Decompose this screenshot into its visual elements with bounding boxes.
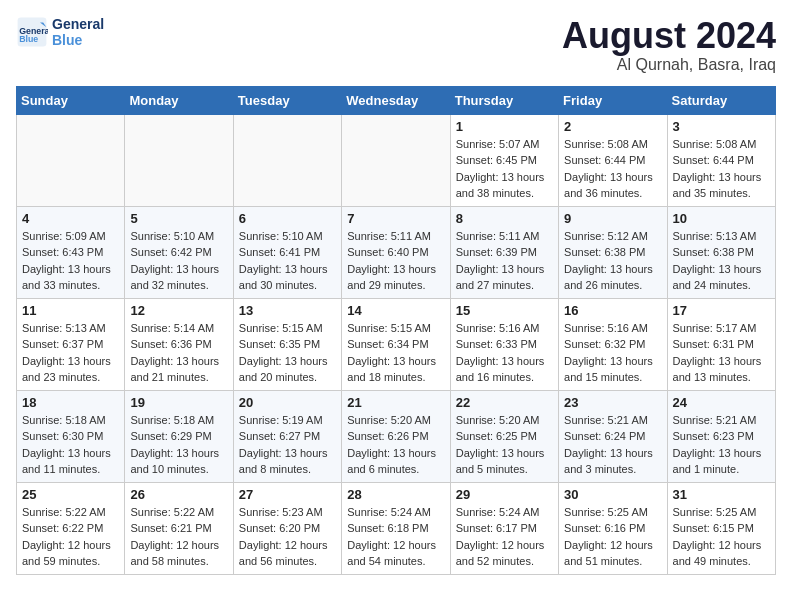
- day-info: Sunrise: 5:19 AM Sunset: 6:27 PM Dayligh…: [239, 412, 336, 478]
- day-number: 28: [347, 487, 444, 502]
- day-info: Sunrise: 5:08 AM Sunset: 6:44 PM Dayligh…: [564, 136, 661, 202]
- calendar-cell: 22Sunrise: 5:20 AM Sunset: 6:25 PM Dayli…: [450, 390, 558, 482]
- calendar-cell: 29Sunrise: 5:24 AM Sunset: 6:17 PM Dayli…: [450, 482, 558, 574]
- day-number: 25: [22, 487, 119, 502]
- day-number: 10: [673, 211, 770, 226]
- calendar-cell: 9Sunrise: 5:12 AM Sunset: 6:38 PM Daylig…: [559, 206, 667, 298]
- logo-line2: Blue: [52, 32, 104, 48]
- week-row-4: 18Sunrise: 5:18 AM Sunset: 6:30 PM Dayli…: [17, 390, 776, 482]
- calendar-cell: 16Sunrise: 5:16 AM Sunset: 6:32 PM Dayli…: [559, 298, 667, 390]
- day-info: Sunrise: 5:13 AM Sunset: 6:38 PM Dayligh…: [673, 228, 770, 294]
- calendar-cell: 3Sunrise: 5:08 AM Sunset: 6:44 PM Daylig…: [667, 114, 775, 206]
- day-number: 13: [239, 303, 336, 318]
- calendar-cell: 12Sunrise: 5:14 AM Sunset: 6:36 PM Dayli…: [125, 298, 233, 390]
- day-number: 27: [239, 487, 336, 502]
- day-info: Sunrise: 5:18 AM Sunset: 6:30 PM Dayligh…: [22, 412, 119, 478]
- calendar-cell: [233, 114, 341, 206]
- day-info: Sunrise: 5:10 AM Sunset: 6:41 PM Dayligh…: [239, 228, 336, 294]
- day-number: 7: [347, 211, 444, 226]
- day-number: 26: [130, 487, 227, 502]
- header-sunday: Sunday: [17, 86, 125, 114]
- day-number: 5: [130, 211, 227, 226]
- day-info: Sunrise: 5:23 AM Sunset: 6:20 PM Dayligh…: [239, 504, 336, 570]
- day-number: 2: [564, 119, 661, 134]
- day-info: Sunrise: 5:17 AM Sunset: 6:31 PM Dayligh…: [673, 320, 770, 386]
- day-number: 18: [22, 395, 119, 410]
- calendar-cell: 24Sunrise: 5:21 AM Sunset: 6:23 PM Dayli…: [667, 390, 775, 482]
- day-number: 3: [673, 119, 770, 134]
- day-number: 23: [564, 395, 661, 410]
- day-info: Sunrise: 5:21 AM Sunset: 6:23 PM Dayligh…: [673, 412, 770, 478]
- calendar-cell: [125, 114, 233, 206]
- calendar-cell: 4Sunrise: 5:09 AM Sunset: 6:43 PM Daylig…: [17, 206, 125, 298]
- day-number: 20: [239, 395, 336, 410]
- day-info: Sunrise: 5:11 AM Sunset: 6:40 PM Dayligh…: [347, 228, 444, 294]
- calendar-cell: 30Sunrise: 5:25 AM Sunset: 6:16 PM Dayli…: [559, 482, 667, 574]
- day-number: 15: [456, 303, 553, 318]
- day-info: Sunrise: 5:08 AM Sunset: 6:44 PM Dayligh…: [673, 136, 770, 202]
- day-number: 14: [347, 303, 444, 318]
- header-thursday: Thursday: [450, 86, 558, 114]
- calendar-cell: 14Sunrise: 5:15 AM Sunset: 6:34 PM Dayli…: [342, 298, 450, 390]
- day-number: 31: [673, 487, 770, 502]
- title-area: August 2024 Al Qurnah, Basra, Iraq: [562, 16, 776, 74]
- day-info: Sunrise: 5:18 AM Sunset: 6:29 PM Dayligh…: [130, 412, 227, 478]
- logo: General Blue General Blue: [16, 16, 104, 48]
- calendar-cell: 6Sunrise: 5:10 AM Sunset: 6:41 PM Daylig…: [233, 206, 341, 298]
- day-number: 17: [673, 303, 770, 318]
- day-info: Sunrise: 5:22 AM Sunset: 6:21 PM Dayligh…: [130, 504, 227, 570]
- day-number: 16: [564, 303, 661, 318]
- day-number: 9: [564, 211, 661, 226]
- calendar-cell: 8Sunrise: 5:11 AM Sunset: 6:39 PM Daylig…: [450, 206, 558, 298]
- calendar-cell: 11Sunrise: 5:13 AM Sunset: 6:37 PM Dayli…: [17, 298, 125, 390]
- calendar-cell: 13Sunrise: 5:15 AM Sunset: 6:35 PM Dayli…: [233, 298, 341, 390]
- day-info: Sunrise: 5:20 AM Sunset: 6:25 PM Dayligh…: [456, 412, 553, 478]
- day-info: Sunrise: 5:09 AM Sunset: 6:43 PM Dayligh…: [22, 228, 119, 294]
- day-info: Sunrise: 5:07 AM Sunset: 6:45 PM Dayligh…: [456, 136, 553, 202]
- header-tuesday: Tuesday: [233, 86, 341, 114]
- logo-line1: General: [52, 16, 104, 32]
- subtitle: Al Qurnah, Basra, Iraq: [562, 56, 776, 74]
- calendar-cell: 23Sunrise: 5:21 AM Sunset: 6:24 PM Dayli…: [559, 390, 667, 482]
- calendar-cell: 27Sunrise: 5:23 AM Sunset: 6:20 PM Dayli…: [233, 482, 341, 574]
- calendar-cell: 15Sunrise: 5:16 AM Sunset: 6:33 PM Dayli…: [450, 298, 558, 390]
- day-number: 11: [22, 303, 119, 318]
- main-title: August 2024: [562, 16, 776, 56]
- calendar-cell: 5Sunrise: 5:10 AM Sunset: 6:42 PM Daylig…: [125, 206, 233, 298]
- svg-text:Blue: Blue: [19, 34, 38, 44]
- week-row-2: 4Sunrise: 5:09 AM Sunset: 6:43 PM Daylig…: [17, 206, 776, 298]
- day-info: Sunrise: 5:10 AM Sunset: 6:42 PM Dayligh…: [130, 228, 227, 294]
- day-info: Sunrise: 5:15 AM Sunset: 6:35 PM Dayligh…: [239, 320, 336, 386]
- day-number: 1: [456, 119, 553, 134]
- day-number: 6: [239, 211, 336, 226]
- day-info: Sunrise: 5:22 AM Sunset: 6:22 PM Dayligh…: [22, 504, 119, 570]
- day-number: 29: [456, 487, 553, 502]
- day-number: 12: [130, 303, 227, 318]
- day-number: 8: [456, 211, 553, 226]
- calendar-cell: [342, 114, 450, 206]
- calendar-cell: 17Sunrise: 5:17 AM Sunset: 6:31 PM Dayli…: [667, 298, 775, 390]
- calendar-cell: [17, 114, 125, 206]
- calendar-cell: 19Sunrise: 5:18 AM Sunset: 6:29 PM Dayli…: [125, 390, 233, 482]
- header-friday: Friday: [559, 86, 667, 114]
- day-number: 21: [347, 395, 444, 410]
- calendar-cell: 26Sunrise: 5:22 AM Sunset: 6:21 PM Dayli…: [125, 482, 233, 574]
- day-info: Sunrise: 5:14 AM Sunset: 6:36 PM Dayligh…: [130, 320, 227, 386]
- day-info: Sunrise: 5:16 AM Sunset: 6:32 PM Dayligh…: [564, 320, 661, 386]
- logo-icon: General Blue: [16, 16, 48, 48]
- calendar-cell: 21Sunrise: 5:20 AM Sunset: 6:26 PM Dayli…: [342, 390, 450, 482]
- day-info: Sunrise: 5:13 AM Sunset: 6:37 PM Dayligh…: [22, 320, 119, 386]
- day-info: Sunrise: 5:16 AM Sunset: 6:33 PM Dayligh…: [456, 320, 553, 386]
- calendar-cell: 25Sunrise: 5:22 AM Sunset: 6:22 PM Dayli…: [17, 482, 125, 574]
- calendar-cell: 28Sunrise: 5:24 AM Sunset: 6:18 PM Dayli…: [342, 482, 450, 574]
- day-number: 4: [22, 211, 119, 226]
- day-number: 19: [130, 395, 227, 410]
- week-row-1: 1Sunrise: 5:07 AM Sunset: 6:45 PM Daylig…: [17, 114, 776, 206]
- calendar-cell: 2Sunrise: 5:08 AM Sunset: 6:44 PM Daylig…: [559, 114, 667, 206]
- calendar-cell: 10Sunrise: 5:13 AM Sunset: 6:38 PM Dayli…: [667, 206, 775, 298]
- page-header: General Blue General Blue August 2024 Al…: [16, 16, 776, 74]
- calendar-table: SundayMondayTuesdayWednesdayThursdayFrid…: [16, 86, 776, 575]
- header-wednesday: Wednesday: [342, 86, 450, 114]
- day-info: Sunrise: 5:15 AM Sunset: 6:34 PM Dayligh…: [347, 320, 444, 386]
- day-number: 30: [564, 487, 661, 502]
